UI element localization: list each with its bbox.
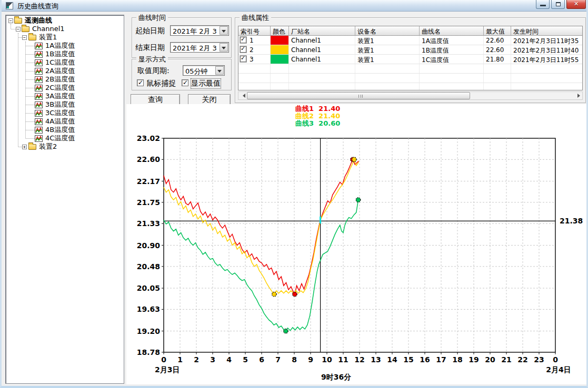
- tree-item-curve[interactable]: 3A温度值: [6, 92, 124, 100]
- collapse-icon[interactable]: −: [8, 18, 13, 23]
- curve-chart-icon: [35, 43, 43, 49]
- tree-item-curve[interactable]: 2B温度值: [6, 75, 124, 84]
- scroll-right-button[interactable]: [574, 92, 582, 99]
- column-header[interactable]: 设备名: [355, 26, 420, 35]
- table-cell: 2021年2月3日11时35: [511, 36, 583, 45]
- tree-item-curve[interactable]: 1C温度值: [6, 58, 124, 67]
- column-header[interactable]: 曲线名: [420, 26, 484, 35]
- tree-connector-stub: [26, 88, 35, 88]
- cursor-value-label: 21.38: [560, 217, 583, 225]
- app-icon: [6, 2, 13, 9]
- tree-connector-stub: [26, 138, 35, 139]
- row-checkbox[interactable]: ✓: [240, 37, 246, 43]
- tree-item-label: 1A温度值: [44, 42, 76, 49]
- tree-item-label: 1C温度值: [44, 59, 76, 66]
- tree-item-curve[interactable]: 4A温度值: [6, 117, 124, 126]
- curve-chart-icon: [35, 101, 43, 108]
- expand-icon[interactable]: +: [22, 145, 27, 149]
- tree-connector-stub: [18, 147, 22, 147]
- curve-color-swatch: [271, 55, 288, 64]
- tree[interactable]: −遥测曲线−Channel1−装置11A温度值1B温度值1C温度值2A温度值2B…: [5, 15, 124, 384]
- arrow-right-icon: [577, 94, 582, 98]
- table-cell: 装置1: [355, 36, 420, 45]
- curve-chart-icon: [35, 51, 43, 58]
- tree-connector-stub: [26, 71, 35, 72]
- end-date-label: 结束日期: [135, 43, 165, 53]
- curve-chart[interactable]: 23.0222.6022.1721.7521.3320.9020.4820.05…: [126, 104, 587, 384]
- curve-attributes-table[interactable]: 索引号颜色厂站名设备名曲线名最大值发生时间✓1Channel1装置11A温度值2…: [238, 26, 583, 90]
- color-cell: [271, 64, 289, 73]
- column-header[interactable]: 最大值: [484, 26, 511, 35]
- minimum-marker: [293, 292, 297, 297]
- curve-chart-icon: [35, 76, 43, 83]
- column-header[interactable]: 厂站名: [289, 26, 355, 35]
- collapse-icon[interactable]: −: [16, 27, 21, 32]
- tree-connector-stub: [26, 63, 35, 63]
- tree-connector-stub: [26, 121, 35, 122]
- tree-item-label: Channel1: [31, 25, 66, 33]
- arrow-left-icon: [241, 94, 245, 98]
- tree-item-curve[interactable]: 1A温度值: [6, 42, 124, 50]
- tree-connector-stub: [26, 96, 35, 97]
- table-cell: 1A温度值: [420, 36, 484, 45]
- start-date-dropdown-button[interactable]: [220, 26, 228, 35]
- row-index: 3: [250, 56, 254, 63]
- tree-item-folder[interactable]: +装置2: [6, 142, 124, 151]
- tree-item-curve[interactable]: 3C温度值: [6, 109, 124, 117]
- curve-chart-icon: [35, 135, 43, 142]
- tree-item-label: 遥测曲线: [24, 17, 53, 24]
- tree-item-curve[interactable]: 4C温度值: [6, 134, 124, 142]
- table-cell: [289, 64, 355, 73]
- period-combobox[interactable]: 05分钟: [183, 65, 225, 76]
- close-dialog-button[interactable]: 关闭: [188, 94, 231, 105]
- table-row[interactable]: ✓2Channel1装置11B温度值22.602021年2月3日11时40: [238, 45, 582, 55]
- index-cell: ✓3: [238, 55, 271, 64]
- collapse-icon[interactable]: −: [22, 35, 27, 40]
- table-cell: 1B温度值: [420, 45, 484, 54]
- period-dropdown-button[interactable]: [215, 66, 224, 75]
- row-checkbox[interactable]: ✓: [240, 56, 246, 62]
- curve-chart-icon: [35, 127, 43, 134]
- title-bar[interactable]: 历史曲线查询 ✕: [2, 0, 586, 12]
- color-cell: [271, 55, 289, 64]
- maximize-button[interactable]: [551, 0, 565, 9]
- tree-connector-stub: [26, 130, 35, 130]
- tree-connector-stub: [26, 105, 35, 105]
- tree-item-folder[interactable]: −装置1: [6, 33, 124, 42]
- table-cell: [420, 74, 484, 83]
- tree-item-curve[interactable]: 2A温度值: [6, 67, 124, 75]
- table-row[interactable]: ✓1Channel1装置11A温度值22.602021年2月3日11时35: [238, 36, 582, 45]
- x-axis-label: 21: [501, 355, 511, 364]
- chevron-down-icon: [222, 30, 226, 35]
- folder-icon: [22, 26, 29, 32]
- minimum-marker: [272, 292, 277, 297]
- maximum-marker: [356, 198, 361, 202]
- scrollbar-thumb[interactable]: [247, 92, 470, 99]
- table-horizontal-scrollbar[interactable]: [238, 91, 583, 100]
- end-date-dropdown-button[interactable]: [220, 43, 228, 52]
- column-header[interactable]: 索引号: [238, 26, 271, 35]
- mouse-capture-checkbox[interactable]: ✓: [137, 79, 144, 86]
- start-date-combobox[interactable]: 2021年 2月 3: [170, 25, 229, 36]
- end-date-combobox[interactable]: 2021年 2月 3: [170, 42, 229, 53]
- column-header[interactable]: 颜色: [271, 26, 289, 35]
- close-button[interactable]: ✕: [566, 0, 586, 9]
- check-icon: ✓: [183, 79, 188, 86]
- tree-item-label: 2B温度值: [44, 76, 76, 83]
- tree-item-curve[interactable]: 2C温度值: [6, 84, 124, 92]
- column-header[interactable]: 发生时间: [511, 26, 583, 35]
- table-row[interactable]: ✓3Channel1装置11C温度值21.802021年2月3日11时55: [238, 55, 582, 64]
- curve-chart-icon: [35, 110, 43, 117]
- check-icon: ✓: [241, 36, 245, 43]
- tree-item-curve[interactable]: 3B温度值: [6, 100, 124, 109]
- tree-item-curve[interactable]: 4B温度值: [6, 126, 124, 134]
- tree-item-folder[interactable]: −Channel1: [6, 25, 124, 33]
- query-button[interactable]: 查询: [131, 94, 180, 105]
- scroll-left-button[interactable]: [238, 92, 246, 99]
- row-checkbox[interactable]: ✓: [240, 46, 246, 53]
- tree-item-label: 装置2: [38, 143, 58, 150]
- show-extremes-checkbox[interactable]: ✓: [182, 79, 188, 86]
- tree-item-curve[interactable]: 1B温度值: [6, 50, 124, 58]
- minimize-button[interactable]: [536, 0, 550, 9]
- tree-item-folder[interactable]: −遥测曲线: [6, 16, 124, 25]
